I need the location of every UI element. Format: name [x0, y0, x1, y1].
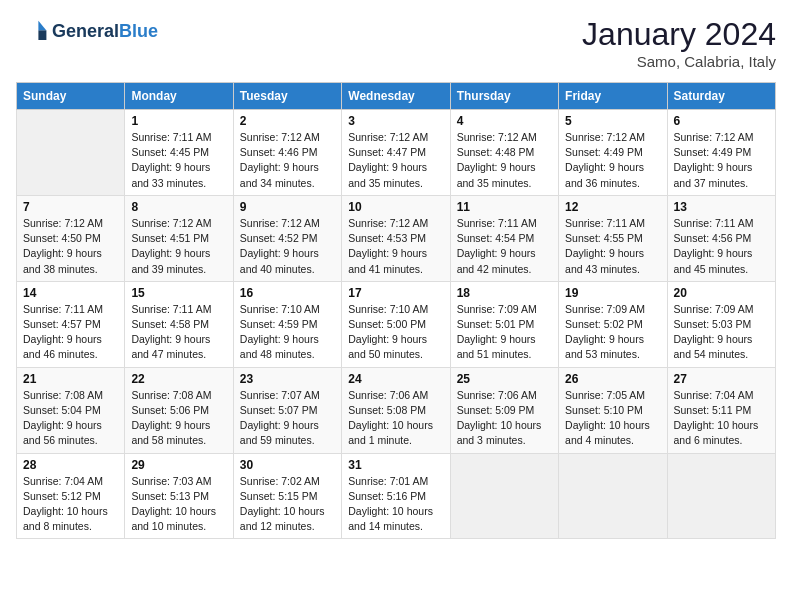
day-info: Sunrise: 7:11 AMSunset: 4:58 PMDaylight:… — [131, 302, 226, 363]
day-number: 13 — [674, 200, 769, 214]
day-cell — [17, 110, 125, 196]
col-header-monday: Monday — [125, 83, 233, 110]
day-cell: 30Sunrise: 7:02 AMSunset: 5:15 PMDayligh… — [233, 453, 341, 539]
day-number: 28 — [23, 458, 118, 472]
day-info: Sunrise: 7:12 AMSunset: 4:51 PMDaylight:… — [131, 216, 226, 277]
day-number: 7 — [23, 200, 118, 214]
day-info: Sunrise: 7:04 AMSunset: 5:12 PMDaylight:… — [23, 474, 118, 535]
day-info: Sunrise: 7:09 AMSunset: 5:01 PMDaylight:… — [457, 302, 552, 363]
day-cell: 22Sunrise: 7:08 AMSunset: 5:06 PMDayligh… — [125, 367, 233, 453]
calendar-table: SundayMondayTuesdayWednesdayThursdayFrid… — [16, 82, 776, 539]
day-info: Sunrise: 7:12 AMSunset: 4:52 PMDaylight:… — [240, 216, 335, 277]
svg-marker-0 — [38, 21, 46, 31]
day-number: 3 — [348, 114, 443, 128]
day-cell: 9Sunrise: 7:12 AMSunset: 4:52 PMDaylight… — [233, 195, 341, 281]
week-row-2: 7Sunrise: 7:12 AMSunset: 4:50 PMDaylight… — [17, 195, 776, 281]
day-cell: 17Sunrise: 7:10 AMSunset: 5:00 PMDayligh… — [342, 281, 450, 367]
logo-text-line1: GeneralBlue — [52, 22, 158, 42]
day-info: Sunrise: 7:11 AMSunset: 4:54 PMDaylight:… — [457, 216, 552, 277]
day-number: 18 — [457, 286, 552, 300]
title-block: January 2024 Samo, Calabria, Italy — [582, 16, 776, 70]
day-number: 14 — [23, 286, 118, 300]
day-cell — [450, 453, 558, 539]
logo: GeneralBlue — [16, 16, 158, 48]
col-header-tuesday: Tuesday — [233, 83, 341, 110]
day-info: Sunrise: 7:09 AMSunset: 5:03 PMDaylight:… — [674, 302, 769, 363]
day-cell: 29Sunrise: 7:03 AMSunset: 5:13 PMDayligh… — [125, 453, 233, 539]
day-number: 5 — [565, 114, 660, 128]
day-number: 20 — [674, 286, 769, 300]
col-header-saturday: Saturday — [667, 83, 775, 110]
day-cell — [667, 453, 775, 539]
week-row-3: 14Sunrise: 7:11 AMSunset: 4:57 PMDayligh… — [17, 281, 776, 367]
day-cell: 2Sunrise: 7:12 AMSunset: 4:46 PMDaylight… — [233, 110, 341, 196]
day-number: 10 — [348, 200, 443, 214]
day-cell: 20Sunrise: 7:09 AMSunset: 5:03 PMDayligh… — [667, 281, 775, 367]
day-number: 22 — [131, 372, 226, 386]
calendar-subtitle: Samo, Calabria, Italy — [582, 53, 776, 70]
day-cell: 1Sunrise: 7:11 AMSunset: 4:45 PMDaylight… — [125, 110, 233, 196]
day-info: Sunrise: 7:12 AMSunset: 4:49 PMDaylight:… — [565, 130, 660, 191]
day-number: 1 — [131, 114, 226, 128]
day-cell: 6Sunrise: 7:12 AMSunset: 4:49 PMDaylight… — [667, 110, 775, 196]
day-cell: 24Sunrise: 7:06 AMSunset: 5:08 PMDayligh… — [342, 367, 450, 453]
day-cell: 27Sunrise: 7:04 AMSunset: 5:11 PMDayligh… — [667, 367, 775, 453]
day-cell: 25Sunrise: 7:06 AMSunset: 5:09 PMDayligh… — [450, 367, 558, 453]
day-info: Sunrise: 7:01 AMSunset: 5:16 PMDaylight:… — [348, 474, 443, 535]
day-number: 11 — [457, 200, 552, 214]
day-number: 12 — [565, 200, 660, 214]
day-number: 17 — [348, 286, 443, 300]
day-number: 9 — [240, 200, 335, 214]
day-cell — [559, 453, 667, 539]
day-cell: 21Sunrise: 7:08 AMSunset: 5:04 PMDayligh… — [17, 367, 125, 453]
header-row: SundayMondayTuesdayWednesdayThursdayFrid… — [17, 83, 776, 110]
svg-marker-1 — [38, 30, 46, 40]
day-info: Sunrise: 7:05 AMSunset: 5:10 PMDaylight:… — [565, 388, 660, 449]
day-number: 19 — [565, 286, 660, 300]
day-cell: 10Sunrise: 7:12 AMSunset: 4:53 PMDayligh… — [342, 195, 450, 281]
day-number: 30 — [240, 458, 335, 472]
day-info: Sunrise: 7:11 AMSunset: 4:45 PMDaylight:… — [131, 130, 226, 191]
day-cell: 23Sunrise: 7:07 AMSunset: 5:07 PMDayligh… — [233, 367, 341, 453]
day-number: 2 — [240, 114, 335, 128]
day-info: Sunrise: 7:12 AMSunset: 4:53 PMDaylight:… — [348, 216, 443, 277]
col-header-sunday: Sunday — [17, 83, 125, 110]
day-info: Sunrise: 7:08 AMSunset: 5:06 PMDaylight:… — [131, 388, 226, 449]
day-cell: 28Sunrise: 7:04 AMSunset: 5:12 PMDayligh… — [17, 453, 125, 539]
col-header-friday: Friday — [559, 83, 667, 110]
day-cell: 26Sunrise: 7:05 AMSunset: 5:10 PMDayligh… — [559, 367, 667, 453]
day-cell: 5Sunrise: 7:12 AMSunset: 4:49 PMDaylight… — [559, 110, 667, 196]
day-cell: 7Sunrise: 7:12 AMSunset: 4:50 PMDaylight… — [17, 195, 125, 281]
day-cell: 11Sunrise: 7:11 AMSunset: 4:54 PMDayligh… — [450, 195, 558, 281]
day-number: 4 — [457, 114, 552, 128]
day-info: Sunrise: 7:11 AMSunset: 4:57 PMDaylight:… — [23, 302, 118, 363]
calendar-title: January 2024 — [582, 16, 776, 53]
day-cell: 8Sunrise: 7:12 AMSunset: 4:51 PMDaylight… — [125, 195, 233, 281]
day-number: 6 — [674, 114, 769, 128]
day-number: 31 — [348, 458, 443, 472]
day-cell: 16Sunrise: 7:10 AMSunset: 4:59 PMDayligh… — [233, 281, 341, 367]
day-number: 15 — [131, 286, 226, 300]
day-cell: 3Sunrise: 7:12 AMSunset: 4:47 PMDaylight… — [342, 110, 450, 196]
day-info: Sunrise: 7:11 AMSunset: 4:55 PMDaylight:… — [565, 216, 660, 277]
day-info: Sunrise: 7:09 AMSunset: 5:02 PMDaylight:… — [565, 302, 660, 363]
day-info: Sunrise: 7:12 AMSunset: 4:46 PMDaylight:… — [240, 130, 335, 191]
day-info: Sunrise: 7:10 AMSunset: 4:59 PMDaylight:… — [240, 302, 335, 363]
week-row-4: 21Sunrise: 7:08 AMSunset: 5:04 PMDayligh… — [17, 367, 776, 453]
day-cell: 31Sunrise: 7:01 AMSunset: 5:16 PMDayligh… — [342, 453, 450, 539]
day-cell: 14Sunrise: 7:11 AMSunset: 4:57 PMDayligh… — [17, 281, 125, 367]
day-number: 21 — [23, 372, 118, 386]
day-cell: 15Sunrise: 7:11 AMSunset: 4:58 PMDayligh… — [125, 281, 233, 367]
day-number: 29 — [131, 458, 226, 472]
day-cell: 13Sunrise: 7:11 AMSunset: 4:56 PMDayligh… — [667, 195, 775, 281]
day-info: Sunrise: 7:12 AMSunset: 4:49 PMDaylight:… — [674, 130, 769, 191]
day-info: Sunrise: 7:03 AMSunset: 5:13 PMDaylight:… — [131, 474, 226, 535]
day-number: 25 — [457, 372, 552, 386]
day-number: 8 — [131, 200, 226, 214]
day-number: 16 — [240, 286, 335, 300]
day-info: Sunrise: 7:12 AMSunset: 4:47 PMDaylight:… — [348, 130, 443, 191]
day-cell: 19Sunrise: 7:09 AMSunset: 5:02 PMDayligh… — [559, 281, 667, 367]
day-info: Sunrise: 7:11 AMSunset: 4:56 PMDaylight:… — [674, 216, 769, 277]
day-info: Sunrise: 7:02 AMSunset: 5:15 PMDaylight:… — [240, 474, 335, 535]
page-header: GeneralBlue January 2024 Samo, Calabria,… — [16, 16, 776, 70]
